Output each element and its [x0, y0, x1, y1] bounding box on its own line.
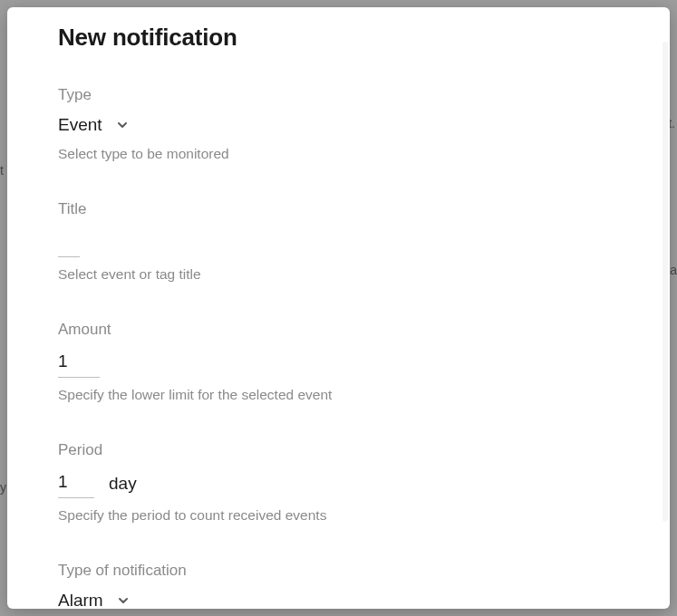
chevron-down-icon: [116, 593, 131, 608]
notification-type-field: Type of notification Alarm: [58, 562, 619, 609]
title-label: Title: [58, 200, 619, 218]
type-select[interactable]: Event: [58, 113, 130, 137]
notification-type-select-value: Alarm: [58, 591, 103, 609]
notification-type-label: Type of notification: [58, 562, 619, 580]
new-notification-modal: New notification Type Event Select type …: [7, 7, 670, 609]
period-helper: Specify the period to count received eve…: [58, 507, 619, 524]
period-input[interactable]: [58, 468, 94, 498]
type-field: Type Event Select type to be monitored: [58, 86, 619, 162]
title-helper: Select event or tag title: [58, 266, 619, 283]
period-field: Period day Specify the period to count r…: [58, 441, 619, 524]
type-helper: Select type to be monitored: [58, 146, 619, 162]
title-field: Title Select event or tag title: [58, 200, 619, 283]
period-label: Period: [58, 441, 619, 459]
scrollbar[interactable]: [662, 42, 668, 522]
title-input[interactable]: [58, 227, 80, 257]
amount-input[interactable]: [58, 348, 100, 378]
bg-fragment: y: [0, 480, 6, 495]
bg-fragment: t: [0, 163, 4, 178]
amount-helper: Specify the lower limit for the selected…: [58, 387, 619, 403]
period-unit: day: [109, 474, 137, 494]
notification-type-select[interactable]: Alarm: [58, 589, 131, 609]
type-label: Type: [58, 86, 619, 104]
amount-label: Amount: [58, 321, 619, 339]
amount-field: Amount Specify the lower limit for the s…: [58, 321, 619, 403]
chevron-down-icon: [115, 118, 130, 132]
type-select-value: Event: [58, 115, 102, 135]
modal-title: New notification: [58, 24, 619, 52]
